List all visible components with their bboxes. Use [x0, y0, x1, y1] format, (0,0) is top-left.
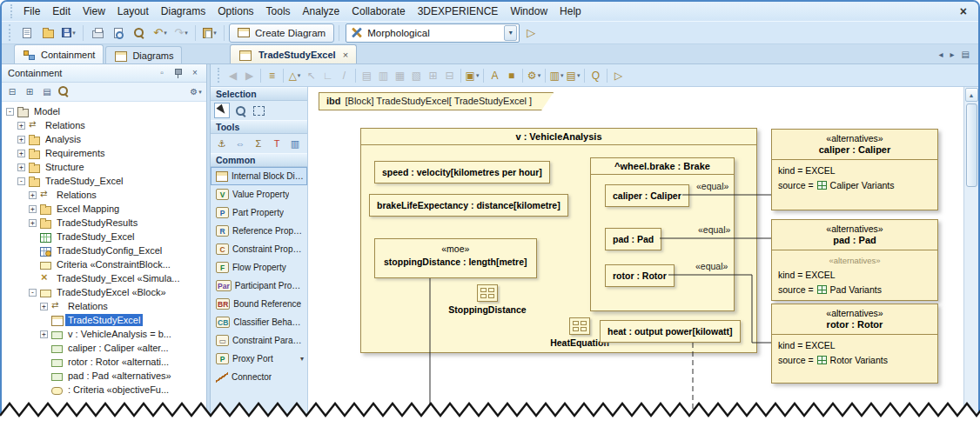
tree-expander-icon[interactable]: -: [6, 108, 14, 116]
oblique-line-icon[interactable]: /: [336, 67, 352, 83]
open-project-icon[interactable]: [38, 24, 57, 42]
menu-item[interactable]: Layout: [111, 3, 155, 19]
tree-item[interactable]: + Relations: [2, 299, 206, 313]
structure-compartment-icon[interactable]: ▧: [408, 67, 425, 83]
window-close-icon[interactable]: ×: [954, 4, 973, 18]
pad-part[interactable]: pad : Pad: [605, 228, 661, 250]
tree-expander-icon[interactable]: +: [29, 191, 37, 199]
heat-part[interactable]: heat : output power[kilowatt]: [600, 320, 741, 343]
scroll-tabs-right-icon[interactable]: ▸: [947, 50, 958, 59]
save-project-icon[interactable]: ▾: [59, 24, 78, 42]
containment-tree-toggle-icon[interactable]: ≡: [264, 67, 280, 83]
menu-item[interactable]: Collaborate: [346, 3, 411, 19]
close-tab-icon[interactable]: ×: [343, 50, 348, 60]
tree-expander-icon[interactable]: +: [17, 163, 25, 171]
tree-item[interactable]: + Analysis: [2, 132, 206, 146]
tree-expander-icon[interactable]: +: [40, 303, 48, 310]
window-list-icon[interactable]: ▤: [958, 50, 973, 59]
tree-expander-icon[interactable]: -: [29, 289, 37, 297]
tree-item[interactable]: + Excel Mapping: [2, 202, 206, 216]
collapse-all-icon[interactable]: ⊟: [4, 84, 20, 99]
scroll-tabs-left-icon[interactable]: ◂: [935, 50, 946, 59]
tree-item[interactable]: + Structure: [2, 160, 206, 174]
undo-button[interactable]: ↶▾: [151, 24, 170, 42]
tree-item[interactable]: + Requirements: [2, 146, 206, 160]
tree-expander-icon[interactable]: +: [17, 150, 25, 157]
palette-item[interactable]: BR Bound Reference: [211, 295, 307, 313]
related-elements-button[interactable]: ▾: [200, 24, 219, 42]
text-tool-icon[interactable]: T: [269, 136, 285, 151]
close-panel-icon[interactable]: ×: [187, 66, 203, 81]
tree-item[interactable]: pad : Pad «alternatives»: [2, 369, 206, 383]
heat-equation-constraint-icon[interactable]: [569, 317, 590, 335]
tree-item[interactable]: Criteria «ConstraintBlock...: [2, 257, 206, 271]
menu-item[interactable]: Options: [211, 3, 259, 19]
palette-item[interactable]: P Part Property: [211, 203, 307, 222]
vertical-scrollbar[interactable]: ▲: [963, 87, 978, 425]
tree-expander-icon[interactable]: +: [40, 330, 48, 338]
find-icon[interactable]: [130, 24, 149, 42]
palette-item[interactable]: P Proxy Port ▾: [211, 350, 307, 368]
open-in-new-tab-icon[interactable]: ▤: [39, 84, 55, 99]
tree-expander-icon[interactable]: +: [29, 205, 37, 213]
expand-all-icon[interactable]: ⊞: [22, 84, 37, 99]
tab-trade-study-excel[interactable]: TradeStudyExcel ×: [230, 44, 357, 63]
perspective-combo[interactable]: Morphological ▾: [346, 23, 520, 43]
tree-item[interactable]: caliper : Caliper «alter...: [2, 341, 206, 355]
palette-item[interactable]: ▭ Constraint Parame...: [211, 331, 307, 350]
scroll-up-icon[interactable]: ▲: [965, 88, 978, 102]
tree-expander-icon[interactable]: +: [17, 122, 25, 130]
scrollbar-thumb[interactable]: [966, 103, 977, 187]
combo-dropdown-icon[interactable]: ▾: [504, 25, 517, 41]
tree-item[interactable]: TradeStudyExcel: [2, 313, 206, 327]
brake-life-expectancy-part[interactable]: brakeLifeExpectancy : distance[kilometre…: [369, 194, 568, 217]
menu-item[interactable]: Help: [554, 3, 587, 19]
menu-item[interactable]: Tools: [260, 3, 297, 19]
tab-diagrams[interactable]: Diagrams: [105, 46, 182, 63]
quick-search-icon[interactable]: [57, 84, 72, 99]
palette-item[interactable]: CB Classifier Behavior ...: [211, 313, 307, 331]
stopping-distance-part[interactable]: «moe» stoppingDistance : length[metre]: [374, 238, 537, 278]
pin-panel-icon[interactable]: [171, 66, 186, 81]
tree-item[interactable]: TradeStudyConfig_Excel: [2, 244, 206, 257]
menu-item[interactable]: 3DEXPERIENCE: [412, 3, 505, 19]
caliper-part[interactable]: caliper : Caliper: [605, 184, 689, 207]
menu-item[interactable]: Window: [504, 3, 554, 19]
palette-item[interactable]: Connector: [211, 368, 307, 386]
tree-item[interactable]: rotor : Rotor «alternati...: [2, 355, 206, 369]
magnifier-box-tool-icon[interactable]: [232, 103, 248, 118]
palette-item[interactable]: Internal Block Diagr...: [211, 167, 307, 185]
validate-button[interactable]: ▷: [521, 24, 540, 42]
palette-item[interactable]: V Value Property: [211, 185, 307, 203]
forward-icon[interactable]: ▶: [241, 67, 258, 83]
create-diagram-button[interactable]: Create Diagram: [229, 23, 334, 43]
back-icon[interactable]: ◀: [225, 67, 241, 83]
hide-ports-icon[interactable]: ⊟: [441, 67, 458, 83]
save-as-image-icon[interactable]: ▥▾: [548, 67, 565, 83]
redo-button[interactable]: ↷▾: [171, 24, 191, 42]
pointer-mode-icon[interactable]: ↖: [303, 67, 319, 83]
palette-item[interactable]: Par Participant Property: [211, 277, 307, 295]
print-icon[interactable]: [88, 24, 107, 42]
marquee-tool-icon[interactable]: [251, 103, 266, 118]
new-project-icon[interactable]: [17, 24, 37, 42]
attributes-compartment-icon[interactable]: ▥: [375, 67, 392, 83]
menu-item[interactable]: File: [17, 3, 46, 19]
generic-table-icon[interactable]: ▤▾: [565, 67, 581, 83]
tree-item[interactable]: - Model: [2, 104, 206, 118]
tree-item[interactable]: - TradeStudyExcel «Block»: [2, 285, 206, 299]
palette-section-selection[interactable]: Selection: [211, 87, 307, 101]
zoom-magnifier-icon[interactable]: Q: [587, 67, 604, 83]
tree-expander-icon[interactable]: +: [17, 136, 25, 143]
tree-item[interactable]: + Relations: [2, 118, 206, 132]
diagram-canvas[interactable]: ibd[Block] TradeStudyExcel[ TradeStudyEx…: [308, 87, 963, 425]
stopping-distance-constraint-icon[interactable]: [477, 284, 498, 302]
resize-tool-icon[interactable]: ⇔: [232, 136, 248, 151]
palette-item[interactable]: F Flow Property: [211, 258, 307, 277]
palette-item[interactable]: R Reference Property: [211, 222, 307, 240]
menu-item[interactable]: Diagrams: [155, 3, 211, 19]
tree-item[interactable]: + v : VehicleAnalysis = b...: [2, 327, 206, 341]
speed-part[interactable]: speed : velocity[kilometres per hour]: [374, 161, 550, 183]
show-ports-icon[interactable]: ⊞: [425, 67, 441, 83]
menu-item[interactable]: Analyze: [297, 3, 346, 19]
